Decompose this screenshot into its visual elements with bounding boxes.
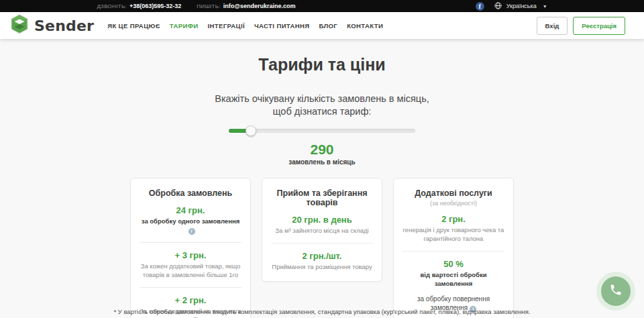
orders-caption: замовлень в місяць [0,158,644,166]
price-item: 20 грн. в деньЗа м³ зайнятого місця на с… [270,215,374,235]
nav-item-4[interactable]: БЛОГ [319,22,337,30]
pricing-card-1: Прийом та зберігання товарів20 грн. в де… [262,178,382,282]
pricing-cards: Обробка замовлень24 грн.за обробку одног… [0,178,644,318]
price-value: 2 грн./шт. [270,251,374,261]
price-description: від вартості обробки замовлення [401,271,506,288]
price-description: За м³ зайнятого місця на складі [270,227,374,235]
facebook-icon[interactable]: f [476,2,484,11]
slider-track[interactable] [229,129,415,133]
nav-item-1[interactable]: ТАРИФИ [170,22,199,30]
page-title: Тарифи та ціни [0,55,644,74]
auth-buttons: Вхід Реєстрація [537,17,625,35]
topbar-lang-group: f Українська ▼ [476,2,547,11]
main-content: Тарифи та ціни Вкажіть очікувану кількіс… [0,55,644,318]
slider-prompt: Вкажіть очікувану кількість замовлень в … [0,93,644,118]
price-value: 24 грн. [138,205,243,215]
brand-logo[interactable]: Sender [9,14,94,37]
price-item: 2 грн./шт.Приймання та розміщення товару [270,251,374,272]
language-selector[interactable]: Українська [506,3,537,9]
slider-prompt-line1: Вкажіть очікувану кількість замовлень в … [215,93,429,104]
slider-handle[interactable] [246,125,256,136]
phone-icon [609,283,623,299]
orders-slider[interactable] [229,125,415,136]
email-link[interactable]: info@senderukraine.com [223,3,296,9]
login-button[interactable]: Вхід [537,17,568,35]
topbar: ДЗВОНІТЬ: +38(063)595-32-32 ПИШІТЬ: info… [0,0,644,12]
price-value: 50 % [401,259,506,269]
price-description: За кожен додатковий товар, якщо товарів … [138,262,243,280]
chevron-down-icon[interactable]: ▼ [543,4,547,9]
nav-item-0[interactable]: ЯК ЦЕ ПРАЦЮЄ [107,22,160,30]
card-divider [402,251,504,252]
price-item: + 3 грн.За кожен додатковий товар, якщо … [138,250,243,280]
price-description: генерація і друк товарного чека та гаран… [401,226,506,244]
price-description: Приймання та розміщення товару [270,263,374,272]
price-item: 2 грн.генерація і друк товарного чека та… [401,214,506,244]
card-title: Додаткові послуги [401,189,506,198]
chat-button[interactable] [596,272,635,311]
info-icon[interactable]: i [189,228,195,235]
price-value: 20 грн. в день [270,215,374,225]
slider-prompt-line2: щоб дізнатися тариф: [273,106,372,117]
nav-item-5[interactable]: КОНТАКТИ [347,22,383,30]
price-value: 2 грн. [401,214,506,224]
card-divider [271,243,373,244]
brand-name: Sender [34,17,94,34]
footnote: * У вартість обробки замовлення входить … [0,308,644,315]
write-label: ПИШІТЬ: [197,3,221,9]
price-item: 24 грн.за обробку одного замовленняi [138,205,243,235]
email-pair: ПИШІТЬ: info@senderukraine.com [197,3,295,9]
phone-pair: ДЗВОНІТЬ: +38(063)595-32-32 [97,3,181,9]
pricing-card-0: Обробка замовлень24 грн.за обробку одног… [130,178,251,318]
phone-link[interactable]: +38(063)595-32-32 [129,3,181,9]
topbar-contacts: ДЗВОНІТЬ: +38(063)595-32-32 ПИШІТЬ: info… [97,3,307,9]
chat-button-inner [601,276,631,306]
brand-logo-icon [9,14,30,37]
nav-item-3[interactable]: ЧАСТІ ПИТАННЯ [254,22,309,30]
globe-icon [494,2,502,11]
price-value: + 2 грн. [138,295,243,305]
orders-count: 290 [0,142,644,158]
card-subtitle: (за необхідності) [401,200,506,207]
register-button[interactable]: Реєстрація [573,17,625,35]
price-description: за обробку одного замовленняi [138,217,243,235]
price-item: 50 %від вартості обробки замовленняза об… [401,259,506,313]
nav-item-2[interactable]: ІНТЕГРАЦІЇ [207,22,245,30]
header: Sender ЯК ЦЕ ПРАЦЮЄТАРИФИІНТЕГРАЦІЇЧАСТІ… [0,12,644,39]
card-divider [140,287,241,288]
card-divider [140,242,241,243]
card-title: Прийом та зберігання товарів [270,189,374,207]
pricing-card-2: Додаткові послуги(за необхідності)2 грн.… [393,178,514,318]
price-value: + 3 грн. [138,250,243,260]
call-label: ДЗВОНІТЬ: [97,3,127,9]
card-title: Обробка замовлень [138,189,243,198]
main-nav: ЯК ЦЕ ПРАЦЮЄТАРИФИІНТЕГРАЦІЇЧАСТІ ПИТАНН… [107,22,383,30]
